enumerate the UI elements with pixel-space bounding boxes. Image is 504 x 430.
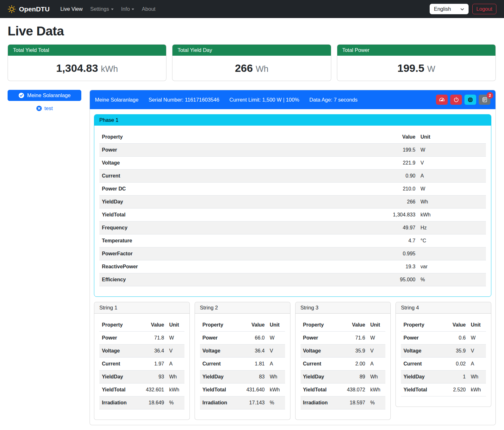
unit-cell: %	[418, 273, 486, 286]
property-cell: Current	[99, 170, 290, 183]
property-cell: Power DC	[99, 183, 290, 196]
inverter-card-body: Phase 1 Property Value Unit Power199.5WV…	[90, 109, 495, 425]
value-cell: 0.995	[290, 247, 418, 260]
summary-card-body: 266Wh	[172, 56, 331, 81]
sun-icon	[8, 5, 16, 13]
property-cell: YieldDay	[99, 196, 290, 209]
property-cell: Irradiation	[99, 396, 138, 409]
string-card-4: String 4 Property Value Unit	[395, 302, 491, 407]
unit-cell: W	[167, 332, 184, 345]
power-control-button[interactable]	[450, 95, 462, 105]
property-cell: Irradiation	[200, 396, 238, 409]
nav-link-info[interactable]: Info	[119, 3, 137, 15]
value-cell: 49.97	[290, 221, 418, 234]
limit-settings-button[interactable]	[436, 95, 448, 105]
unit-cell: kWh	[368, 383, 385, 396]
nav-link-about[interactable]: About	[139, 3, 158, 15]
table-row: Voltage36.4V	[99, 345, 184, 358]
string-card-3: String 3 Property Value Unit	[295, 302, 391, 420]
column-header: Unit	[167, 319, 184, 332]
value-cell: 4.7	[290, 234, 418, 247]
property-cell: YieldTotal	[99, 209, 290, 221]
value-cell: 17.143	[238, 396, 267, 409]
chevron-down-icon	[132, 9, 134, 10]
table-row: Irradiation17.143%	[200, 396, 285, 409]
value-cell: 210.0	[290, 183, 418, 196]
table-row: Current1.81A	[200, 358, 285, 371]
table-row: Current2.00A	[301, 358, 386, 371]
value-cell: 1	[439, 371, 468, 383]
device-info-button[interactable]	[464, 95, 476, 105]
property-cell: PowerFactor	[99, 247, 290, 260]
string-card-body: Property Value Unit Power71.8WVoltage36.…	[94, 314, 190, 420]
unit-cell: Wh	[267, 371, 285, 383]
summary-unit: Wh	[256, 64, 269, 74]
table-row: ReactivePower19.3var	[99, 260, 486, 273]
unit-cell: W	[418, 144, 486, 157]
inverter-card: Meine Solaranlage Serial Number: 1161716…	[90, 90, 496, 425]
inverter-select-button[interactable]: Meine Solaranlage	[8, 90, 81, 101]
summary-card-total-yield-total: Total Yield Total 1,304.83kWh	[8, 44, 166, 81]
table-row: Temperature4.7°C	[99, 234, 486, 247]
property-cell: YieldTotal	[301, 383, 339, 396]
property-cell: YieldDay	[200, 371, 238, 383]
value-cell: 221.9	[290, 157, 418, 170]
table-row: Irradiation18.649%	[99, 396, 184, 409]
column-header: Value	[238, 319, 267, 332]
x-circle-icon	[36, 105, 42, 111]
table-row: YieldDay1Wh	[401, 371, 486, 383]
nav-link-settings[interactable]: Settings	[88, 3, 116, 15]
table-row: YieldTotal2.520kWh	[401, 383, 486, 396]
summary-card-title: Total Yield Total	[8, 45, 166, 56]
value-cell: 0.90	[290, 170, 418, 183]
phase-panel-body: Property Value Unit Power199.5WVoltage22…	[94, 126, 491, 296]
inverter-serial: Serial Number: 116171603546	[149, 97, 220, 103]
unit-cell: A	[468, 358, 486, 371]
inverter-item-test[interactable]: test	[8, 105, 81, 111]
chevron-down-icon	[111, 9, 114, 10]
table-row: YieldDay266Wh	[99, 196, 486, 209]
property-cell: Irradiation	[301, 396, 339, 409]
value-cell: 18.597	[339, 396, 368, 409]
language-select[interactable]: English	[430, 4, 468, 14]
string-table: Property Value Unit Power71.6WVoltage35.…	[301, 319, 386, 409]
summary-value: 266	[235, 62, 253, 74]
value-cell: 2.00	[339, 358, 368, 371]
string-table: Property Value Unit Power66.0WVoltage36.…	[200, 319, 285, 409]
nav-link-label: Live View	[60, 6, 83, 12]
table-row: YieldTotal1,304.833kWh	[99, 209, 486, 221]
table-row: Voltage36.4V	[200, 345, 285, 358]
column-header: Property	[301, 319, 339, 332]
string-card-body: Property Value Unit Power71.6WVoltage35.…	[296, 314, 391, 420]
unit-cell: V	[267, 345, 285, 358]
property-cell: YieldDay	[401, 371, 439, 383]
value-cell: 71.6	[339, 332, 368, 345]
column-header: Property	[200, 319, 238, 332]
column-header: Unit	[267, 319, 285, 332]
logout-button[interactable]: Logout	[472, 4, 496, 14]
summary-card-total-yield-day: Total Yield Day 266Wh	[172, 44, 331, 81]
value-cell: 83	[238, 371, 267, 383]
property-cell: YieldTotal	[200, 383, 238, 396]
unit-cell: Wh	[418, 196, 486, 209]
unit-cell	[418, 247, 486, 260]
table-row: Power199.5W	[99, 144, 486, 157]
nav-link-live-view[interactable]: Live View	[58, 3, 85, 15]
unit-cell: V	[167, 345, 184, 358]
app-brand[interactable]: OpenDTU	[8, 5, 50, 13]
table-header-row: Property Value Unit	[99, 131, 486, 144]
inverter-card-header: Meine Solaranlage Serial Number: 1161716…	[90, 90, 495, 109]
table-row: YieldTotal432.601kWh	[99, 383, 184, 396]
inverter-item-label: test	[44, 105, 53, 111]
inverter-sidebar: Meine Solaranlage test	[8, 90, 81, 111]
table-row: YieldDay83Wh	[200, 371, 285, 383]
string-table: Property Value Unit Power0.6WVoltage35.9…	[401, 319, 486, 396]
unit-cell: V	[468, 345, 486, 358]
property-cell: Voltage	[200, 345, 238, 358]
value-cell: 1,304.833	[290, 209, 418, 221]
column-header: Unit	[418, 131, 486, 144]
column-header: Value	[439, 319, 468, 332]
event-log-button[interactable]: 2	[479, 95, 490, 105]
property-cell: ReactivePower	[99, 260, 290, 273]
table-row: Power66.0W	[200, 332, 285, 345]
